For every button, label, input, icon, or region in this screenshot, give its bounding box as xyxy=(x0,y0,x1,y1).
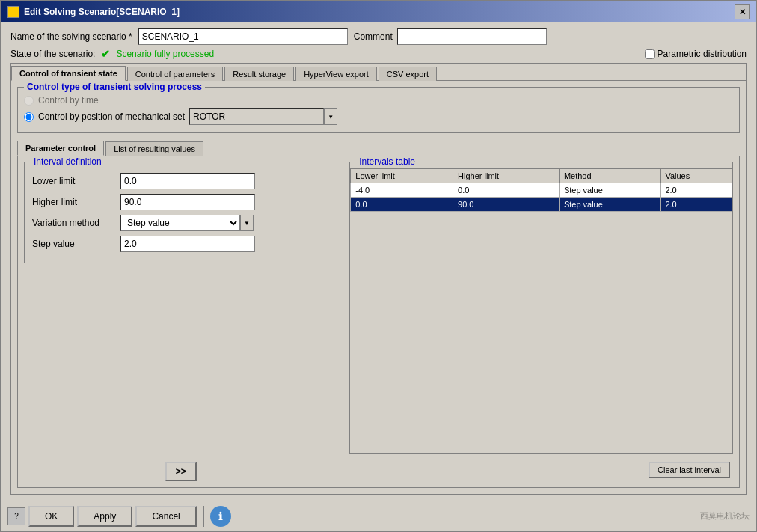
param-dist-checkbox[interactable] xyxy=(645,49,655,59)
control-type-group: Control type of transient solving proces… xyxy=(17,87,740,133)
variation-method-row: Variation method Step value ▼ xyxy=(32,215,335,231)
radio-time-label: Control by time xyxy=(38,95,99,106)
comment-input[interactable] xyxy=(397,28,547,45)
col-values: Values xyxy=(661,169,732,183)
col-method: Method xyxy=(559,169,661,183)
inner-tab-bar: Parameter control List of resulting valu… xyxy=(17,141,740,156)
main-window: Edit Solving Scenario[SCENARIO_1] ✕ Name… xyxy=(0,0,757,532)
step-value-label: Step value xyxy=(32,239,114,249)
main-tab-bar: Control of transient state Control of pa… xyxy=(11,64,746,80)
inner-tab-parameter-control[interactable]: Parameter control xyxy=(17,141,104,156)
footer: ? OK Apply Cancel ℹ 西莫电机论坛 xyxy=(1,501,756,531)
variation-method-label: Variation method xyxy=(32,218,114,228)
intervals-table-title: Intervals table xyxy=(356,156,418,167)
ok-button[interactable]: OK xyxy=(28,506,74,527)
top-right: Comment xyxy=(354,28,547,45)
cell-values: 2.0 xyxy=(661,198,732,212)
cell-lower: -4.0 xyxy=(351,183,453,198)
comment-label: Comment xyxy=(354,31,393,42)
cancel-button[interactable]: Cancel xyxy=(135,506,196,527)
clear-last-interval-button[interactable]: Clear last interval xyxy=(649,462,730,478)
radio-time[interactable] xyxy=(24,96,34,106)
main-tabs-container: Control of transient state Control of pa… xyxy=(10,63,747,495)
variation-dropdown-arrow[interactable]: ▼ xyxy=(240,215,254,231)
help-icon[interactable]: ? xyxy=(7,507,25,525)
cell-method: Step value xyxy=(559,198,661,212)
radio-position[interactable] xyxy=(24,112,34,122)
mechanical-set-dropdown[interactable]: ▼ xyxy=(324,108,337,125)
tab-csv-export[interactable]: CSV export xyxy=(378,67,437,81)
param-dist-label: Parametric distribution xyxy=(658,49,747,59)
mechanical-set-input[interactable] xyxy=(189,108,324,125)
cell-values: 2.0 xyxy=(661,183,732,198)
radio-position-row: Control by position of mechanical set ▼ xyxy=(24,108,733,125)
app-icon xyxy=(7,6,19,18)
scenario-name-label: Name of the solving scenario * xyxy=(10,31,132,42)
tab-content-transient: Control type of transient solving proces… xyxy=(11,80,746,494)
table-row[interactable]: -4.00.0Step value2.0 xyxy=(351,183,732,198)
name-row: Name of the solving scenario * Comment xyxy=(10,28,747,45)
content-area: Name of the solving scenario * Comment S… xyxy=(1,22,756,501)
step-value-row: Step value xyxy=(32,236,335,252)
lower-limit-label: Lower limit xyxy=(32,176,114,186)
right-panel: Intervals table Lower limit Higher limit… xyxy=(349,162,733,481)
cell-higher: 0.0 xyxy=(453,183,560,198)
close-button[interactable]: ✕ xyxy=(735,4,750,19)
variation-method-select[interactable]: Step value xyxy=(120,215,240,231)
cell-method: Step value xyxy=(559,183,661,198)
interval-definition-group: Interval definition Lower limit Higher l… xyxy=(24,162,343,263)
window-title: Edit Solving Scenario[SCENARIO_1] xyxy=(24,7,180,17)
higher-limit-row: Higher limit xyxy=(32,194,335,210)
step-value-input[interactable] xyxy=(120,236,255,252)
comment-area: Comment xyxy=(354,28,547,45)
control-type-title: Control type of transient solving proces… xyxy=(24,82,205,92)
scenario-name-input[interactable] xyxy=(138,28,348,45)
interval-definition-title: Interval definition xyxy=(31,156,105,167)
cell-higher: 90.0 xyxy=(453,198,560,212)
inner-tabs-wrapper: Parameter control List of resulting valu… xyxy=(17,138,740,488)
radio-time-row: Control by time xyxy=(24,95,733,106)
add-interval-button[interactable]: >> xyxy=(165,462,197,481)
inner-tab-content: Interval definition Lower limit Higher l… xyxy=(17,156,740,488)
inner-tab-resulting-values[interactable]: List of resulting values xyxy=(105,141,203,156)
col-higher-limit: Higher limit xyxy=(453,169,560,183)
intervals-table-group: Intervals table Lower limit Higher limit… xyxy=(349,162,733,454)
table-row[interactable]: 0.090.0Step value2.0 xyxy=(351,198,732,212)
footer-separator xyxy=(203,506,204,527)
higher-limit-input[interactable] xyxy=(120,194,255,210)
info-button[interactable]: ℹ xyxy=(210,506,231,527)
col-lower-limit: Lower limit xyxy=(351,169,453,183)
clear-btn-row: Clear last interval xyxy=(349,459,733,481)
cell-lower: 0.0 xyxy=(351,198,453,212)
lower-limit-input[interactable] xyxy=(120,173,255,189)
higher-limit-label: Higher limit xyxy=(32,197,114,207)
intervals-table: Lower limit Higher limit Method Values -… xyxy=(350,168,732,212)
variation-method-select-wrapper: Step value ▼ xyxy=(120,215,255,231)
state-label: State of the scenario: xyxy=(10,49,95,59)
tab-result-storage[interactable]: Result storage xyxy=(224,67,294,81)
tab-hyperview[interactable]: HyperView export xyxy=(295,67,377,81)
tab-parameters[interactable]: Control of parameters xyxy=(127,67,223,81)
state-text: Scenario fully processed xyxy=(116,49,214,59)
title-bar: Edit Solving Scenario[SCENARIO_1] ✕ xyxy=(1,1,756,22)
tab-transient-state[interactable]: Control of transient state xyxy=(11,66,126,81)
left-panel: Interval definition Lower limit Higher l… xyxy=(24,162,343,481)
state-row: State of the scenario: ✔ Scenario fully … xyxy=(10,48,747,60)
watermark: 西莫电机论坛 xyxy=(700,510,750,522)
apply-button[interactable]: Apply xyxy=(77,506,132,527)
lower-limit-row: Lower limit xyxy=(32,173,335,189)
state-checkmark: ✔ xyxy=(101,48,110,60)
radio-position-label: Control by position of mechanical set xyxy=(38,111,185,122)
